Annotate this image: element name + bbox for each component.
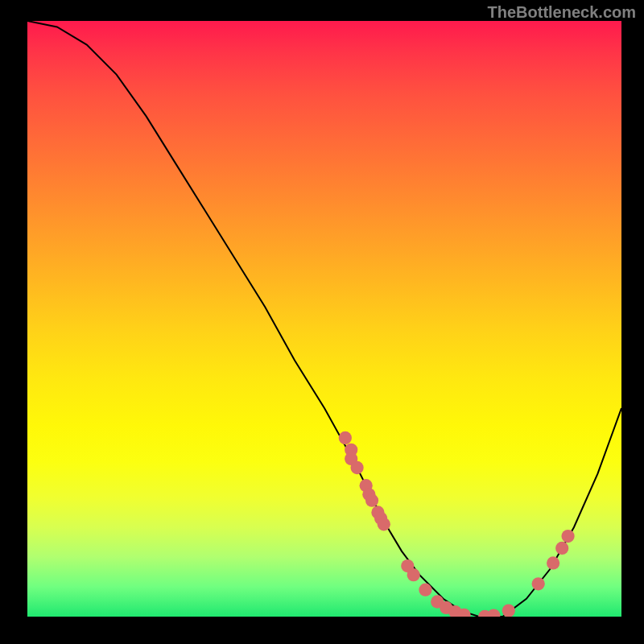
- data-marker: [547, 556, 559, 569]
- data-marker: [532, 577, 545, 590]
- data-marker: [561, 530, 574, 543]
- markers-group: [339, 431, 575, 617]
- data-marker: [365, 494, 378, 507]
- data-marker: [378, 518, 390, 530]
- data-marker: [339, 431, 352, 444]
- plot-area: [27, 21, 621, 617]
- data-marker: [407, 568, 420, 581]
- markers-svg: [27, 21, 621, 617]
- data-marker: [555, 542, 568, 555]
- chart-container: TheBottleneck.com: [0, 0, 644, 644]
- data-marker: [419, 584, 431, 597]
- watermark-text: TheBottleneck.com: [488, 3, 636, 22]
- data-marker: [487, 609, 500, 617]
- data-marker: [350, 461, 363, 474]
- data-marker: [502, 604, 515, 617]
